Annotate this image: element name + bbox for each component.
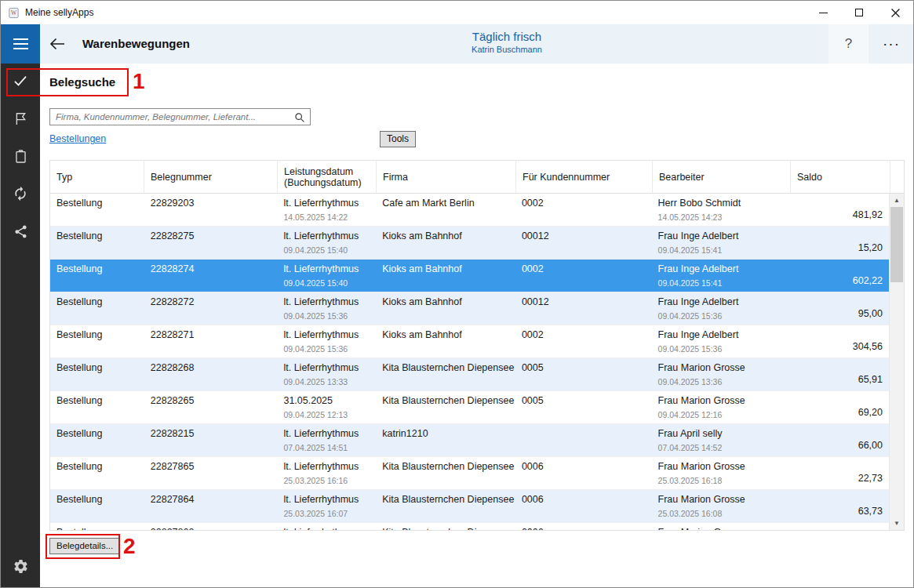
app-window: W Meine sellyApps Warenbewegungen Täglic…: [0, 0, 914, 588]
cell-bearbeiter: Frau Marion Grosse: [658, 362, 784, 374]
cell-leistungsdatum: lt. Lieferrhythmus: [283, 494, 370, 506]
cell-belegnummer: 22828271: [151, 329, 271, 341]
table-row[interactable]: Bestellung 22828272 lt. Lieferrhythmus09…: [50, 292, 889, 325]
table-row[interactable]: Bestellung 22827864 lt. Lieferrhythmus25…: [50, 490, 889, 523]
content-area: Belegsuche Bestellungen Tools Typ Belegn…: [40, 64, 913, 587]
cell-kundennummer: 0006: [522, 527, 646, 530]
more-button[interactable]: ···: [876, 24, 907, 64]
cell-firma: Kioks am Bahnhof: [382, 296, 509, 308]
section-title: Belegsuche: [49, 75, 115, 89]
cell-bearbeiter: Frau Inge Adelbert: [658, 329, 784, 341]
cell-typ: Bestellung: [56, 198, 138, 209]
cell-leistungsdatum: lt. Lieferrhythmus: [283, 198, 370, 209]
sidebar-item-flag[interactable]: [1, 101, 40, 139]
table-row[interactable]: Bestellung 22828268 lt. Lieferrhythmus09…: [50, 358, 889, 391]
cell-bearbeiter: Frau April selly: [658, 428, 784, 440]
cell-belegnummer: 22828215: [151, 428, 271, 440]
table-row[interactable]: Bestellung 22827865 lt. Lieferrhythmus25…: [50, 457, 889, 490]
table-row[interactable]: Bestellung 22827862 lt. Lieferrhythmus K…: [50, 523, 889, 530]
cell-bearbeiter: Frau Marion Grosse: [658, 527, 784, 530]
cell-firma: Kita Blausternchen Diepensee: [382, 395, 509, 407]
tools-button[interactable]: Tools: [380, 131, 416, 147]
sidebar-item-sync[interactable]: [1, 176, 40, 214]
cell-belegnummer: 22828265: [151, 395, 271, 407]
cell-leistungsdatum: lt. Lieferrhythmus: [283, 329, 370, 341]
sidebar: [1, 64, 40, 587]
maximize-icon[interactable]: [841, 1, 877, 24]
belegdetails-button[interactable]: Belegdetails...: [49, 538, 120, 554]
cell-bearbeitet-am: 25.03.2025 16:08: [658, 509, 784, 518]
cell-typ: Bestellung: [56, 296, 138, 308]
column-header-saldo[interactable]: Saldo: [791, 161, 890, 193]
cell-buchungsdatum: 09.04.2025 15:36: [283, 344, 370, 354]
cell-leistungsdatum: 31.05.2025: [283, 395, 370, 407]
cell-bearbeitet-am: 09.04.2025 15:36: [658, 344, 784, 354]
column-header-belegnummer[interactable]: Belegnummer: [144, 161, 278, 193]
vertical-scrollbar[interactable]: ▲ ▼: [889, 194, 904, 530]
cell-typ: Bestellung: [56, 461, 138, 473]
settings-button[interactable]: [1, 550, 40, 586]
help-button[interactable]: ?: [828, 24, 868, 64]
cell-buchungsdatum: 07.04.2025 14:51: [283, 443, 370, 452]
column-header-leistungsdatum[interactable]: Leistungsdatum (Buchungsdatum): [278, 161, 377, 193]
clipboard-icon: [13, 149, 28, 167]
cell-belegnummer: 22827864: [151, 494, 271, 506]
table-row[interactable]: Bestellung 22828275 lt. Lieferrhythmus09…: [50, 227, 889, 260]
window-controls: [805, 1, 913, 24]
window-title: Meine sellyApps: [25, 7, 93, 18]
cell-belegnummer: 22827865: [151, 461, 271, 473]
search-icon[interactable]: [294, 112, 305, 126]
scrollbar-up-icon[interactable]: ▲: [890, 194, 904, 207]
column-header-kundennummer[interactable]: Für Kundennummer: [516, 161, 653, 193]
account-name: Täglich frisch: [472, 30, 542, 43]
close-icon[interactable]: [877, 1, 913, 24]
cell-bearbeiter: Herr Bobo Schmidt: [658, 198, 784, 209]
cell-bearbeitet-am: 07.04.2025 14:52: [658, 443, 784, 452]
cell-firma: Kita Blausternchen Diepensee: [382, 461, 509, 473]
table-row[interactable]: Bestellung 22828274 lt. Lieferrhythmus09…: [50, 260, 889, 292]
sidebar-item-clipboard[interactable]: [1, 139, 40, 176]
cell-saldo: 66,00: [858, 440, 883, 451]
cell-buchungsdatum: 25.03.2025 16:16: [283, 476, 370, 485]
table-row[interactable]: Bestellung 22828265 31.05.202509.04.2025…: [50, 391, 889, 424]
user-name: Katrin Buschmann: [472, 45, 542, 54]
cell-typ: Bestellung: [56, 362, 138, 374]
cell-bearbeiter: Frau Marion Grosse: [658, 461, 784, 473]
scrollbar-thumb[interactable]: [890, 207, 903, 282]
cell-bearbeiter: Frau Inge Adelbert: [658, 230, 784, 242]
cell-leistungsdatum: lt. Lieferrhythmus: [283, 296, 370, 308]
minimize-icon[interactable]: [805, 1, 841, 24]
header-spacer: [890, 161, 904, 193]
sidebar-item-belegsuche[interactable]: [1, 64, 40, 101]
cell-buchungsdatum: 09.04.2025 15:40: [283, 245, 370, 255]
cell-kundennummer: 0005: [522, 395, 646, 407]
flag-icon: [13, 111, 28, 129]
cell-firma: katrin1210: [382, 428, 509, 440]
hamburger-icon[interactable]: [1, 24, 40, 64]
cell-firma: Kita Blausternchen Diepensee: [382, 362, 509, 374]
cell-kundennummer: 0002: [522, 329, 646, 341]
cell-typ: Bestellung: [56, 494, 138, 506]
column-header-typ[interactable]: Typ: [50, 161, 144, 193]
cell-typ: Bestellung: [56, 230, 138, 242]
search-input[interactable]: [50, 109, 310, 125]
cell-kundennummer: 0006: [522, 461, 646, 473]
table-row[interactable]: Bestellung 22828271 lt. Lieferrhythmus09…: [50, 325, 889, 358]
share-icon: [13, 224, 28, 242]
table-row[interactable]: Bestellung 22829203 lt. Lieferrhythmus14…: [50, 194, 889, 227]
cell-belegnummer: 22828268: [151, 362, 271, 374]
sidebar-item-share[interactable]: [1, 214, 40, 252]
titlebar: W Meine sellyApps: [1, 1, 913, 24]
cell-bearbeitet-am: 09.04.2025 15:41: [658, 278, 784, 288]
cell-leistungsdatum: lt. Lieferrhythmus: [283, 428, 370, 440]
tab-bestellungen[interactable]: Bestellungen: [49, 133, 106, 144]
column-header-bearbeiter[interactable]: Bearbeiter: [653, 161, 791, 193]
account-info: Täglich frisch Katrin Buschmann: [472, 30, 542, 54]
table-body: Bestellung 22829203 lt. Lieferrhythmus14…: [50, 194, 889, 530]
cell-buchungsdatum: 14.05.2025 14:22: [283, 212, 370, 222]
column-header-firma[interactable]: Firma: [377, 161, 516, 193]
cell-buchungsdatum: 09.04.2025 12:13: [283, 410, 370, 419]
scrollbar-down-icon[interactable]: ▼: [890, 517, 904, 530]
back-arrow-icon[interactable]: [49, 38, 65, 53]
table-row[interactable]: Bestellung 22828215 lt. Lieferrhythmus07…: [50, 424, 889, 457]
